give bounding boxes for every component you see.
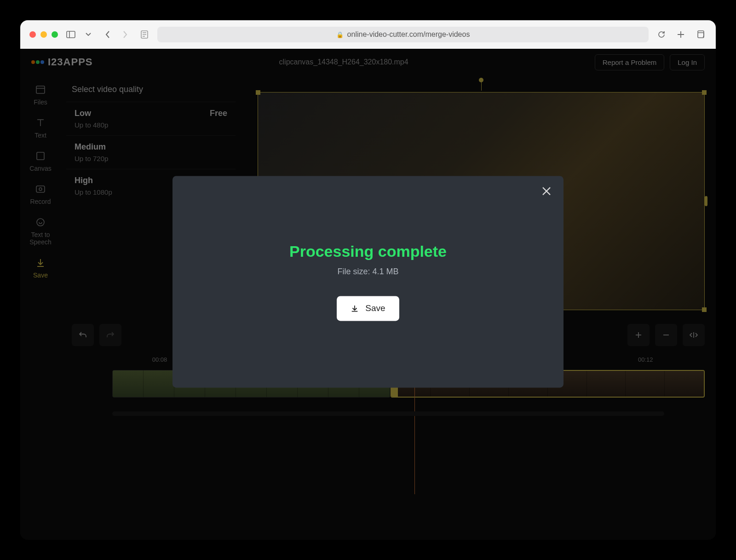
close-icon	[541, 186, 552, 196]
minimize-window-button[interactable]	[40, 31, 47, 38]
maximize-window-button[interactable]	[52, 31, 58, 38]
chevron-down-icon[interactable]	[82, 28, 95, 41]
window-controls	[29, 31, 58, 38]
modal-filesize: File size: 4.1 MB	[337, 267, 398, 277]
url-text: online-video-cutter.com/merge-videos	[347, 30, 470, 39]
download-icon	[351, 304, 359, 312]
processing-complete-modal: Processing complete File size: 4.1 MB Sa…	[172, 176, 564, 387]
modal-title: Processing complete	[289, 242, 447, 260]
close-modal-button[interactable]	[541, 186, 552, 196]
app-root: I23APPS clipcanvas_14348_H264_320x180.mp…	[20, 49, 716, 540]
new-tab-icon[interactable]	[674, 28, 687, 41]
save-button-label: Save	[365, 303, 385, 313]
tabs-icon[interactable]	[694, 28, 707, 41]
reload-icon[interactable]	[655, 28, 668, 41]
save-button[interactable]: Save	[337, 296, 399, 321]
address-bar[interactable]: 🔒 online-video-cutter.com/merge-videos	[157, 27, 649, 42]
nav-forward-button[interactable]	[119, 28, 132, 41]
svg-rect-0	[67, 31, 75, 38]
reader-icon[interactable]	[138, 28, 151, 41]
nav-back-button[interactable]	[101, 28, 114, 41]
browser-toolbar: 🔒 online-video-cutter.com/merge-videos	[20, 20, 716, 49]
sidebar-toggle-icon[interactable]	[64, 28, 77, 41]
close-window-button[interactable]	[29, 31, 36, 38]
lock-icon: 🔒	[336, 31, 344, 38]
browser-window: 🔒 online-video-cutter.com/merge-videos I…	[20, 20, 716, 540]
